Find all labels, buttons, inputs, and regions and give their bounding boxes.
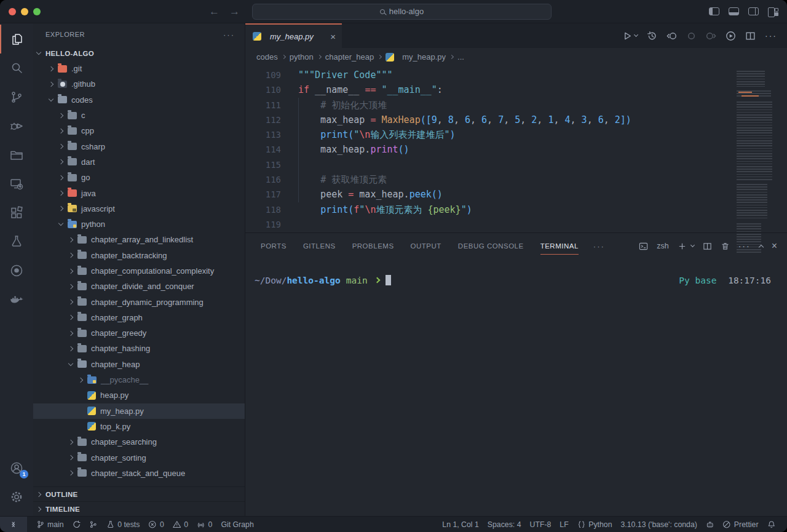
run-dropdown-icon[interactable] (634, 33, 638, 37)
code-line-119[interactable]: 119 (245, 217, 787, 232)
code-line-117[interactable]: 117 peek = max_heap.peek() (245, 187, 787, 202)
status-encoding[interactable]: UTF-8 (526, 517, 556, 532)
run-python-file-icon[interactable] (622, 31, 638, 41)
run-profile-icon[interactable] (726, 31, 736, 41)
terminal-dropdown-icon[interactable] (690, 243, 695, 247)
tree-item-javascript[interactable]: javascript (33, 201, 245, 216)
code-line-115[interactable]: 115 (245, 157, 787, 172)
tree-item-chapter_greedy[interactable]: chapter_greedy (33, 325, 245, 341)
command-center-search[interactable]: hello-algo (252, 4, 552, 20)
panel-tab-ports[interactable]: PORTS (261, 233, 287, 259)
status-tests[interactable]: 0 tests (102, 517, 144, 532)
code-line-113[interactable]: 113 print("\n输入列表并建堆后") (245, 127, 787, 142)
gitlens-back-icon[interactable] (666, 31, 677, 41)
close-tab-icon[interactable]: × (330, 31, 336, 42)
tree-item-python[interactable]: python (33, 216, 245, 232)
breadcrumb-item-my_heap.py[interactable]: my_heap.py (386, 52, 446, 62)
code-line-116[interactable]: 116 # 获取堆顶元素 (245, 172, 787, 187)
code-line-118[interactable]: 118 print(f"\n堆顶元素为 {peek}") (245, 202, 787, 217)
code-line-111[interactable]: 111 # 初始化大顶堆 (245, 98, 787, 113)
tree-item-csharp[interactable]: csharp (33, 138, 245, 154)
panel-more-tabs-icon[interactable]: ··· (593, 242, 605, 251)
status-ports[interactable]: 0 (192, 517, 216, 532)
status-notifications[interactable] (763, 517, 780, 532)
tree-item-my_heap.py[interactable]: my_heap.py (33, 403, 245, 419)
editor-more-actions-icon[interactable]: ··· (765, 31, 777, 41)
tree-item-.github[interactable]: .github (33, 76, 245, 92)
explorer-more-actions-icon[interactable]: ··· (223, 30, 235, 39)
kill-terminal-icon[interactable] (721, 242, 730, 251)
tree-item-go[interactable]: go (33, 170, 245, 185)
panel-tab-gitlens[interactable]: GITLENS (303, 233, 336, 259)
sidebar-section-timeline[interactable]: TIMELINE (33, 501, 245, 516)
minimize-window-button[interactable] (21, 8, 28, 15)
panel-tab-terminal[interactable]: TERMINAL (540, 233, 579, 259)
split-terminal-icon[interactable] (703, 242, 712, 251)
testing-icon[interactable] (0, 227, 33, 256)
toggle-sidebar-icon[interactable] (709, 7, 719, 15)
breadcrumb-item-codes[interactable]: codes (256, 52, 278, 62)
settings-gear-icon[interactable] (0, 482, 33, 511)
tree-item-java[interactable]: java (33, 185, 245, 200)
tree-item-__pycache__[interactable]: __pycache__ (33, 372, 245, 387)
tree-item-codes[interactable]: codes (33, 92, 245, 108)
close-window-button[interactable] (9, 8, 16, 15)
remote-explorer-icon[interactable] (0, 169, 33, 198)
tree-item-chapter_computational_complexity[interactable]: chapter_computational_complexity (33, 263, 245, 279)
maximize-window-button[interactable] (33, 8, 41, 15)
panel-tab-output[interactable]: OUTPUT (411, 233, 441, 259)
tree-item-chapter_hashing[interactable]: chapter_hashing (33, 341, 245, 356)
split-editor-icon[interactable] (745, 31, 756, 41)
breadcrumb-item-python[interactable]: python (290, 52, 314, 62)
status-prettier[interactable]: Prettier (718, 517, 762, 532)
tree-item-chapter_sorting[interactable]: chapter_sorting (33, 450, 245, 465)
tree-item-chapter_graph[interactable]: chapter_graph (33, 310, 245, 325)
tree-item-cpp[interactable]: cpp (33, 123, 245, 138)
toggle-panel-icon[interactable] (729, 7, 739, 15)
new-terminal-icon[interactable] (678, 242, 694, 251)
breadcrumb-item-chapter_heap[interactable]: chapter_heap (325, 52, 374, 62)
tree-item-chapter_stack_and_queue[interactable]: chapter_stack_and_queue (33, 466, 245, 481)
code-line-110[interactable]: 110if __name__ == "__main__": (245, 82, 787, 97)
panel-tab-debug-console[interactable]: DEBUG CONSOLE (458, 233, 524, 259)
explorer-icon[interactable] (0, 25, 33, 54)
status-interpreter[interactable]: 3.10.13 ('base': conda) (617, 517, 702, 532)
tree-item-chapter_divide_and_conquer[interactable]: chapter_divide_and_conquer (33, 279, 245, 294)
panel-tab-problems[interactable]: PROBLEMS (352, 233, 394, 259)
tree-item-c[interactable]: c (33, 108, 245, 123)
code-line-114[interactable]: 114 max_heap.print() (245, 142, 787, 157)
minimap[interactable] (737, 67, 780, 267)
search-view-icon[interactable] (0, 54, 33, 82)
navigate-forward-icon[interactable]: → (229, 6, 240, 18)
status-git-graph[interactable]: Git Graph (216, 517, 258, 532)
navigate-back-icon[interactable]: ← (209, 6, 219, 18)
status-language[interactable]: Python (573, 517, 617, 532)
terminal[interactable]: ~/Dow/hello-algomain Py base 18:17:16 (245, 259, 787, 516)
tree-item-chapter_heap[interactable]: chapter_heap (33, 357, 245, 372)
status-remote[interactable] (0, 517, 27, 532)
sidebar-section-outline[interactable]: OUTLINE (33, 486, 245, 501)
code-line-109[interactable]: 109"""Driver Code""" (245, 68, 787, 82)
tree-root-hello-algo[interactable]: HELLO-ALGO (33, 46, 245, 61)
accounts-icon[interactable]: 1 (0, 453, 33, 482)
source-control-icon[interactable] (0, 82, 33, 111)
github-icon[interactable] (0, 256, 33, 285)
tree-item-chapter_array_and_linkedlist[interactable]: chapter_array_and_linkedlist (33, 232, 245, 247)
status-warnings[interactable]: 0 (168, 517, 192, 532)
gitlens-forward-icon[interactable] (706, 31, 716, 41)
extensions-icon[interactable] (0, 198, 33, 227)
status-cursor-position[interactable]: Ln 1, Col 1 (438, 517, 483, 532)
tree-item-dart[interactable]: dart (33, 154, 245, 170)
tree-item-top_k.py[interactable]: top_k.py (33, 419, 245, 434)
run-debug-icon[interactable] (0, 111, 33, 140)
tab-my-heap-py[interactable]: my_heap.py × (245, 23, 342, 48)
status-eol[interactable]: LF (555, 517, 572, 532)
tree-item-.git[interactable]: .git (33, 61, 245, 76)
tree-item-chapter_searching[interactable]: chapter_searching (33, 434, 245, 450)
project-manager-icon[interactable] (0, 140, 33, 169)
tree-item-chapter_backtracking[interactable]: chapter_backtracking (33, 248, 245, 263)
status-git-graph-icon[interactable] (85, 517, 102, 532)
status-errors[interactable]: 0 (144, 517, 168, 532)
customize-layout-icon[interactable] (768, 7, 778, 16)
tree-item-heap.py[interactable]: heap.py (33, 387, 245, 403)
